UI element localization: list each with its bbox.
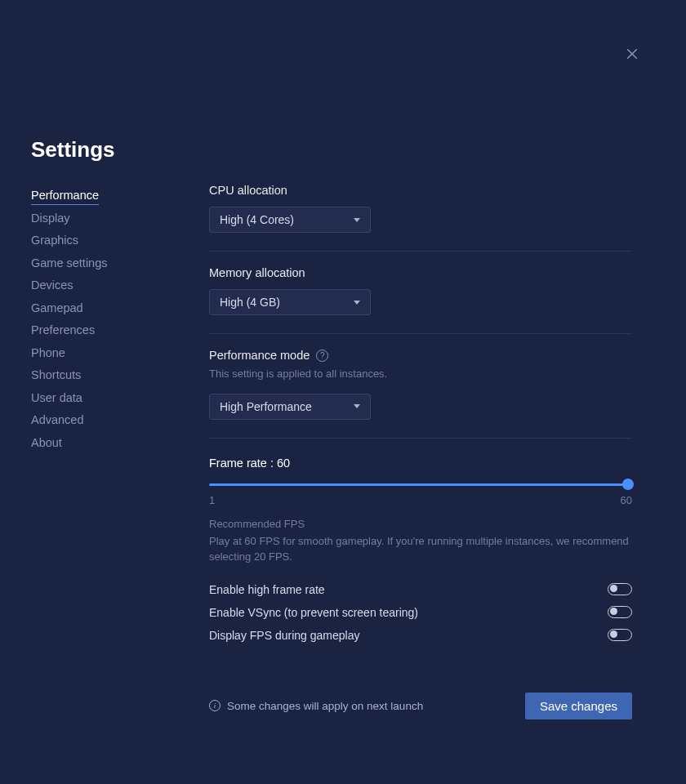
cpu-allocation-select[interactable]: High (4 Cores) — [209, 207, 371, 233]
recommended-fps-title: Recommended FPS — [209, 518, 632, 530]
enable-high-frame-label: Enable high frame rate — [209, 583, 325, 596]
sidebar-item-display[interactable]: Display — [31, 207, 70, 229]
sidebar-item-preferences[interactable]: Preferences — [31, 319, 95, 342]
frame-rate-label: Frame rate : 60 — [209, 457, 632, 470]
performance-mode-hint: This setting is applied to all instances… — [209, 367, 632, 382]
sidebar-item-shortcuts[interactable]: Shortcuts — [31, 364, 81, 387]
slider-thumb[interactable] — [622, 479, 634, 490]
memory-allocation-select[interactable]: High (4 GB) — [209, 289, 371, 315]
sidebar-item-user-data[interactable]: User data — [31, 386, 82, 409]
caret-down-icon — [354, 218, 360, 222]
memory-allocation-value: High (4 GB) — [220, 296, 280, 309]
enable-vsync-label: Enable VSync (to prevent screen tearing) — [209, 606, 418, 619]
display-fps-toggle[interactable] — [608, 629, 632, 641]
enable-high-frame-toggle[interactable] — [608, 583, 632, 595]
info-icon: i — [209, 700, 220, 711]
cpu-allocation-label: CPU allocation — [209, 184, 287, 197]
display-fps-label: Display FPS during gameplay — [209, 629, 359, 642]
help-icon[interactable]: ? — [316, 350, 328, 362]
footer-info-text: Some changes will apply on next launch — [227, 700, 423, 712]
sidebar-item-phone[interactable]: Phone — [31, 341, 65, 364]
caret-down-icon — [354, 301, 360, 305]
recommended-fps-text: Play at 60 FPS for smooth gameplay. If y… — [209, 533, 632, 565]
cpu-allocation-value: High (4 Cores) — [220, 213, 294, 226]
sidebar-item-game-settings[interactable]: Game settings — [31, 252, 108, 274]
performance-mode-select[interactable]: High Performance — [209, 394, 371, 420]
slider-max: 60 — [621, 494, 632, 506]
caret-down-icon — [354, 404, 360, 408]
performance-mode-value: High Performance — [220, 400, 312, 413]
enable-vsync-toggle[interactable] — [608, 606, 632, 618]
sidebar-item-performance[interactable]: Performance — [31, 184, 99, 205]
performance-mode-label: Performance mode — [209, 349, 310, 362]
sidebar-item-devices[interactable]: Devices — [31, 274, 74, 297]
memory-allocation-label: Memory allocation — [209, 266, 305, 279]
save-changes-button[interactable]: Save changes — [525, 693, 632, 719]
sidebar-item-gamepad[interactable]: Gamepad — [31, 296, 83, 319]
sidebar: Performance Display Graphics Game settin… — [31, 135, 209, 719]
content: CPU allocation High (4 Cores) Memory all… — [209, 135, 632, 719]
close-icon[interactable] — [624, 46, 640, 62]
page-title: Settings — [31, 137, 115, 163]
slider-min: 1 — [209, 494, 215, 506]
sidebar-item-graphics[interactable]: Graphics — [31, 229, 78, 252]
frame-rate-slider[interactable] — [209, 478, 632, 492]
sidebar-item-about[interactable]: About — [31, 431, 62, 454]
sidebar-item-advanced[interactable]: Advanced — [31, 409, 84, 432]
